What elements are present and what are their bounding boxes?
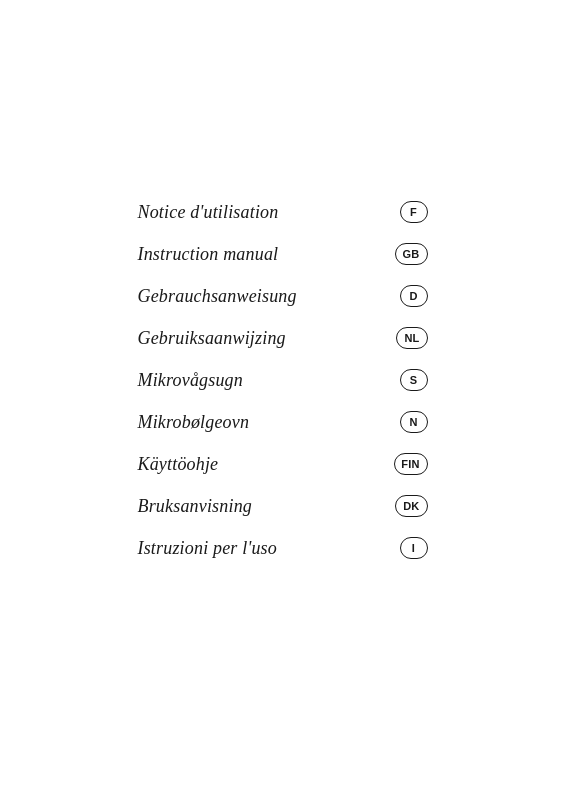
manual-row: MikrovågsugnS bbox=[138, 359, 428, 401]
manual-row: Istruzioni per l'usoI bbox=[138, 527, 428, 569]
manual-row: Notice d'utilisationF bbox=[138, 191, 428, 233]
lang-badge: S bbox=[400, 369, 428, 391]
manual-row: MikrobølgeovnN bbox=[138, 401, 428, 443]
manual-row: KäyttöohjeFIN bbox=[138, 443, 428, 485]
manual-label: Bruksanvisning bbox=[138, 496, 253, 517]
manual-label: Käyttöohje bbox=[138, 454, 219, 475]
lang-badge: D bbox=[400, 285, 428, 307]
content-area: Notice d'utilisationFInstruction manualG… bbox=[138, 191, 428, 569]
lang-badge: FIN bbox=[394, 453, 428, 475]
manual-row: GebruiksaanwijzingNL bbox=[138, 317, 428, 359]
manual-label: Istruzioni per l'uso bbox=[138, 538, 277, 559]
lang-badge: DK bbox=[395, 495, 427, 517]
manual-label: Mikrobølgeovn bbox=[138, 412, 250, 433]
lang-badge: GB bbox=[395, 243, 428, 265]
page-container: Notice d'utilisationFInstruction manualG… bbox=[0, 0, 565, 800]
manual-label: Instruction manual bbox=[138, 244, 279, 265]
manual-label: Mikrovågsugn bbox=[138, 370, 243, 391]
manual-label: Gebrauchsanweisung bbox=[138, 286, 297, 307]
lang-badge: N bbox=[400, 411, 428, 433]
lang-badge: F bbox=[400, 201, 428, 223]
manual-row: BruksanvisningDK bbox=[138, 485, 428, 527]
manual-row: Instruction manualGB bbox=[138, 233, 428, 275]
lang-badge: I bbox=[400, 537, 428, 559]
manual-label: Notice d'utilisation bbox=[138, 202, 279, 223]
lang-badge: NL bbox=[396, 327, 427, 349]
manual-label: Gebruiksaanwijzing bbox=[138, 328, 286, 349]
manual-row: GebrauchsanweisungD bbox=[138, 275, 428, 317]
